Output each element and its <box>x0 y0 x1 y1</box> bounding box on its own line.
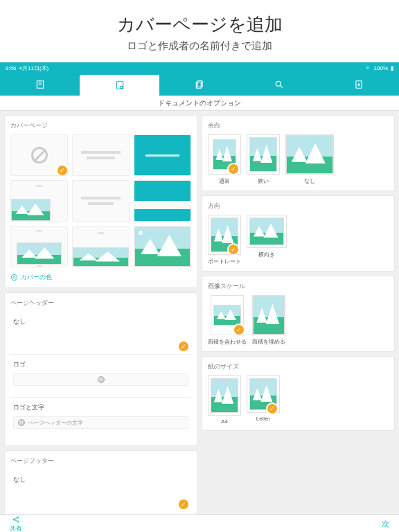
cover-option-image-top[interactable]: ━━━ <box>10 226 68 267</box>
svg-point-12 <box>13 276 15 278</box>
battery-icon: ▮ <box>391 65 393 71</box>
scale-fill[interactable]: 面積を埋める <box>252 295 285 346</box>
orientation-landscape[interactable]: 横向き <box>247 215 287 265</box>
status-bar: 9:56 4月11日(木) ᯤ 100% ▮ <box>0 62 399 73</box>
content-area: カバーページ ━━━ ━━━ <box>0 111 399 514</box>
battery-pct: 100% <box>374 65 388 71</box>
cover-option-teal[interactable] <box>134 134 191 176</box>
header-option-logo[interactable]: ロゴ <box>10 355 191 398</box>
paper-letter[interactable]: Letter <box>247 375 280 425</box>
margin-narrow[interactable]: 狭い <box>247 134 280 185</box>
page-header-title: ページヘッダー <box>10 299 191 308</box>
share-button[interactable]: 共有 <box>10 515 22 533</box>
cover-title: カバーページ <box>10 121 191 130</box>
cover-option-text2[interactable] <box>72 180 130 222</box>
svg-line-8 <box>281 86 283 88</box>
cover-option-image-half[interactable]: ━━━ <box>72 226 130 267</box>
footer-none-label: なし <box>13 475 188 484</box>
cover-color-link[interactable]: カバーの色 <box>10 273 191 282</box>
svg-point-15 <box>17 521 19 522</box>
cover-option-text[interactable] <box>72 134 130 176</box>
margin-card: 余白 通常 狭い なし <box>202 115 395 191</box>
header-option-none[interactable]: なし <box>10 312 191 355</box>
subheader: ドキュメントのオプション <box>0 96 399 111</box>
logo-icon <box>18 419 25 426</box>
bottom-bar: 共有 次 <box>0 514 399 532</box>
tab-export[interactable] <box>319 73 399 96</box>
header-logotext-label: ロゴと文字 <box>13 403 188 412</box>
svg-line-17 <box>15 520 17 521</box>
paper-size-title: 紙のサイズ <box>208 362 389 371</box>
orientation-portrait[interactable]: ポートレート <box>208 215 241 265</box>
tab-search[interactable] <box>240 73 319 96</box>
promo-title: カバーページを追加 <box>0 12 399 37</box>
status-date: 4月11日(木) <box>19 64 49 72</box>
tab-pages[interactable] <box>159 73 239 96</box>
tab-document-options[interactable] <box>80 75 159 96</box>
margin-title: 余白 <box>208 121 389 130</box>
cover-page-card: カバーページ ━━━ ━━━ <box>4 115 197 288</box>
margin-normal[interactable]: 通常 <box>208 134 241 185</box>
svg-point-7 <box>276 81 281 86</box>
header-none-label: なし <box>13 317 188 326</box>
image-scale-card: 画像スケール 面積を合わせる 面積を埋める <box>202 276 395 352</box>
tab-templates[interactable] <box>0 73 80 96</box>
cover-option-none[interactable] <box>10 134 68 176</box>
margin-none[interactable]: なし <box>285 134 334 185</box>
scale-fit[interactable]: 面積を合わせる <box>208 295 247 346</box>
svg-point-4 <box>120 86 123 89</box>
device-frame: 9:56 4月11日(木) ᯤ 100% ▮ ドキュメントのオプション <box>0 62 399 532</box>
header-option-logo-text[interactable]: ロゴと文字 ページヘッダーの文字 <box>10 398 191 440</box>
cover-option-teal-half[interactable] <box>134 180 191 222</box>
orientation-card: 方向 ポートレート 横向き <box>202 195 395 272</box>
subheader-title: ドキュメントのオプション <box>158 98 241 108</box>
cover-option-image-full[interactable] <box>134 226 191 267</box>
svg-point-13 <box>13 519 15 520</box>
cover-color-label: カバーの色 <box>21 273 52 282</box>
page-footer-card: ページフッター なし <box>4 450 197 514</box>
footer-option-none[interactable]: なし <box>10 470 191 512</box>
status-time: 9:56 <box>6 65 17 71</box>
page-header-card: ページヘッダー なし ロゴ ロゴと文字 ページヘッダーの文字 <box>4 292 197 446</box>
next-button[interactable]: 次 <box>382 519 389 529</box>
svg-line-16 <box>15 517 17 519</box>
orientation-title: 方向 <box>208 202 389 211</box>
image-scale-title: 画像スケール <box>208 282 389 291</box>
promo-header: カバーページを追加 ロゴと作成者の名前付きで追加 <box>0 0 399 62</box>
top-tabbar <box>0 73 399 96</box>
promo-subtitle: ロゴと作成者の名前付きで追加 <box>0 39 399 53</box>
header-placeholder: ページヘッダーの文字 <box>28 419 83 427</box>
wifi-icon: ᯤ <box>366 65 371 71</box>
header-logo-label: ロゴ <box>13 360 188 369</box>
page-footer-title: ページフッター <box>10 456 191 466</box>
paper-a4[interactable]: A4 <box>208 375 241 425</box>
svg-point-14 <box>17 517 19 518</box>
cover-option-image-bottom[interactable]: ━━━ <box>10 180 68 222</box>
svg-point-11 <box>11 274 17 280</box>
paper-size-card: 紙のサイズ A4 Letter <box>202 356 395 431</box>
share-label: 共有 <box>10 524 22 533</box>
logo-icon <box>98 376 105 383</box>
